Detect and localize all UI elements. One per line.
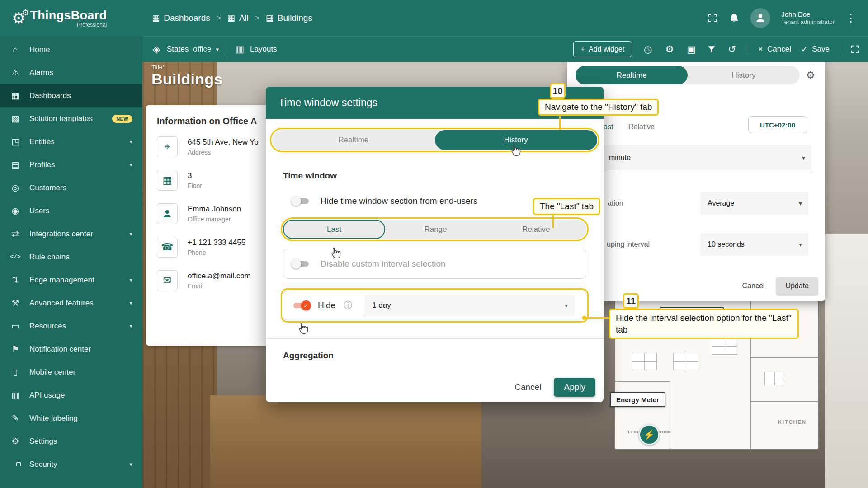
hide-section-toggle[interactable] (292, 197, 310, 206)
sidebar-item-home[interactable]: ⌂Home (0, 38, 142, 61)
sidebar-item-rule-chains[interactable]: </>Rule chains (0, 245, 142, 268)
sidebar-item-settings[interactable]: ⚙Settings (0, 430, 142, 453)
toolbar-divider (748, 43, 748, 55)
sidebar-item-white-labeling[interactable]: ✎White labeling (0, 407, 142, 430)
page-title[interactable]: Buildings (151, 70, 223, 88)
add-widget-button[interactable]: + Add widget (573, 41, 632, 57)
manage-layouts-monitor-icon[interactable]: ▣ (685, 44, 697, 55)
sidebar-item-label: Customers (29, 183, 66, 192)
sidebar-item-advanced-features[interactable]: ⚒Advanced features▾ (0, 291, 142, 314)
section-divider (266, 338, 604, 339)
dashboard-settings-gear-icon[interactable]: ⚙ (664, 44, 675, 55)
grouping-interval-select[interactable]: 10 seconds ▾ (700, 233, 808, 256)
dialog-tab-realtime[interactable]: Realtime (272, 130, 435, 150)
sidebar-item-notification-center[interactable]: ⚑Notification center (0, 338, 142, 361)
sidebar-item-resources[interactable]: ▭Resources▾ (0, 314, 142, 338)
sidebar-item-label: API usage (29, 391, 65, 400)
sidebar-item-solution-templates[interactable]: ▩Solution templatesNEW (0, 107, 142, 130)
panel-interval-select[interactable]: minute ▾ (578, 145, 811, 170)
users-icon: ◉ (10, 206, 21, 216)
sidebar-item-edge-management[interactable]: ⇅Edge management▾ (0, 268, 142, 291)
sidebar-item-dashboards[interactable]: ▦Dashboards (0, 84, 142, 107)
version-history-icon[interactable]: ↺ (726, 44, 738, 55)
sidebar-item-alarms[interactable]: ⚠Alarms (0, 61, 142, 84)
toolbar-fullscreen-icon[interactable] (850, 44, 860, 54)
sidebar-item-entities[interactable]: ◳Entities▾ (0, 130, 142, 153)
resources-folder-icon: ▭ (10, 321, 21, 331)
floor-plan-wall (750, 357, 818, 358)
info-value: 3 (188, 171, 202, 180)
disable-custom-interval-toggle[interactable] (292, 259, 310, 268)
toolbar-divider (840, 43, 840, 55)
panel-last-tab[interactable]: ast (604, 117, 613, 136)
panel-update-button[interactable]: Update (776, 277, 818, 295)
layouts-button[interactable]: ▥ Layouts (234, 44, 277, 55)
time-window-clock-icon[interactable]: ◷ (642, 44, 654, 55)
more-menu-icon[interactable]: ⋮ (845, 12, 856, 24)
sidebar-item-users[interactable]: ◉Users (0, 199, 142, 222)
fullscreen-icon[interactable] (707, 13, 718, 23)
tab-range[interactable]: Range (385, 220, 486, 239)
tab-last[interactable]: Last (283, 220, 385, 239)
chevron-down-icon: ▾ (216, 46, 219, 53)
sidebar-item-label: Home (29, 45, 50, 54)
notifications-bell-icon[interactable] (729, 13, 740, 23)
breadcrumb-label: Dashboards (164, 13, 210, 23)
energy-meter-device-icon[interactable]: ⚡ (639, 424, 660, 445)
breadcrumb-all[interactable]: ▦ All (227, 13, 249, 23)
info-icon: ⓘ (344, 300, 352, 311)
aggregation-select[interactable]: Average ▾ (700, 192, 808, 215)
topbar-actions: John Doe Tenant administrator ⋮ (707, 8, 856, 28)
dashboards-icon: ▦ (10, 90, 21, 101)
user-avatar[interactable] (750, 8, 770, 28)
hide-interval-toggle[interactable]: ✓ (292, 301, 310, 310)
states-value: office (193, 45, 211, 54)
info-value: +1 121 333 4455 (188, 238, 245, 247)
panel-settings-gear-icon[interactable]: ⚙ (806, 70, 815, 81)
save-button[interactable]: ✓ Save (801, 45, 830, 54)
sidebar-item-profiles[interactable]: ▤Profiles▾ (0, 153, 142, 176)
app-root: ⚙⚙ ThingsBoard Professional ▦ Dashboards… (0, 0, 868, 488)
dialog-tab-group: Realtime History (272, 130, 597, 150)
plus-icon: + (581, 45, 585, 53)
sidebar-item-label: White labeling (29, 414, 78, 423)
floor-plan-wall (750, 300, 751, 449)
panel-tab-history[interactable]: History (688, 66, 800, 84)
chevron-down-icon: ▾ (129, 277, 132, 283)
panel-cancel-button[interactable]: Cancel (742, 282, 765, 290)
filter-icon[interactable] (707, 45, 716, 54)
thingsboard-logo[interactable]: ⚙⚙ ThingsBoard Professional (12, 9, 107, 28)
email-icon: ✉ (157, 270, 178, 291)
cancel-button[interactable]: × Cancel (758, 45, 791, 54)
check-icon: ✓ (801, 45, 807, 54)
timezone-button[interactable]: UTC+02:00 (748, 116, 807, 133)
states-selector[interactable]: ◈ States office ▾ (151, 44, 219, 55)
interval-select[interactable]: 1 day ▾ (365, 295, 575, 316)
sidebar: ⌂Home ⚠Alarms ▦Dashboards ▩Solution temp… (0, 36, 142, 488)
dialog-cancel-button[interactable]: Cancel (514, 382, 541, 392)
breadcrumb-buildings[interactable]: ▦ Buildings (266, 13, 312, 23)
sidebar-item-security[interactable]: Security▾ (0, 453, 142, 476)
panel-tab-realtime[interactable]: Realtime (576, 66, 688, 84)
logo-subtitle: Professional (30, 22, 107, 28)
floor-plan-desks (764, 372, 784, 385)
tab-relative[interactable]: Relative (486, 220, 586, 239)
dialog-tab-history[interactable]: History (435, 130, 598, 150)
sidebar-item-api-usage[interactable]: ▥API usage (0, 384, 142, 407)
sidebar-item-label: Edge management (29, 276, 94, 285)
location-pin-icon: ⌖ (157, 136, 178, 157)
alarm-warning-icon: ⚠ (10, 67, 21, 78)
info-label: Address (188, 149, 259, 156)
dialog-apply-button[interactable]: Apply (554, 378, 595, 397)
aggregation-label: ation (608, 192, 623, 215)
floor-plan-widget: TECHNICAL ROOM KITCHEN Indoor Air Qualit… (614, 299, 819, 450)
chevron-down-icon: ▾ (129, 461, 132, 468)
sidebar-item-customers[interactable]: ◎Customers (0, 176, 142, 199)
save-label: Save (812, 45, 830, 54)
breadcrumb-dashboards[interactable]: ▦ Dashboards (152, 13, 210, 23)
sidebar-item-mobile-center[interactable]: ▯Mobile center (0, 361, 142, 384)
hide-section-row: Hide time window section from end-users (283, 196, 586, 206)
panel-relative-tab[interactable]: Relative (628, 117, 655, 136)
sidebar-item-integrations-center[interactable]: ⇄Integrations center▾ (0, 222, 142, 245)
panel-tabs: Realtime History ⚙ (576, 66, 819, 84)
